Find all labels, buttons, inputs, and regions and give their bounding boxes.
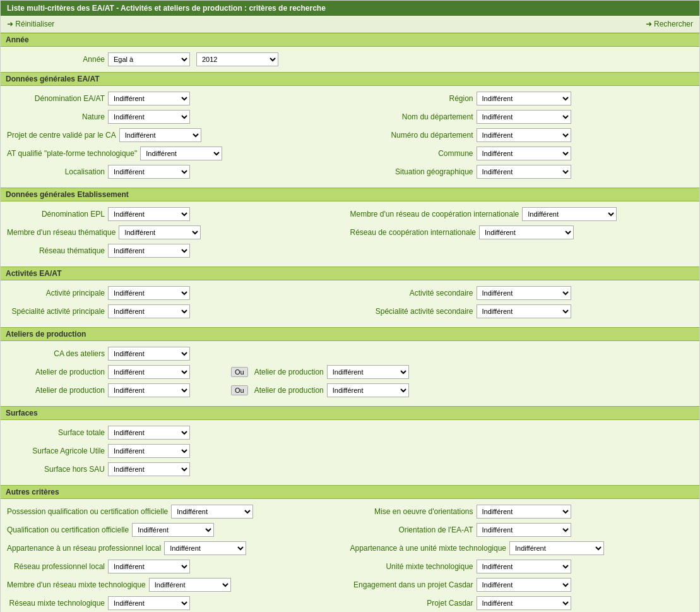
membre-reseau-coop-intl-select[interactable]: Indifférent [522,207,617,221]
at-qualifie-select[interactable]: Indifférent [140,147,222,160]
situation-geo-label: Situation géographique [350,167,477,176]
ateliers-production-section: Ateliers de production CA des ateliers I… [1,327,699,406]
at-qualifie-label: AT qualifié "plate-forme technologique" [7,149,140,158]
membre-reseau-mixte-select[interactable]: Indifférent [149,578,231,592]
top-toolbar: Réinitialiser Rechercher [1,16,699,33]
surface-hors-sau-select[interactable]: Indifférent [108,462,190,476]
mise-en-oeuvre-select[interactable]: Indifférent [477,505,571,519]
commune-row: Commune Indifférent [350,146,694,161]
possession-qualification-select[interactable]: Indifférent [171,505,253,519]
activite-principale-select[interactable]: Indifférent [108,286,190,300]
projet-casdar-label: Projet Casdar [350,599,477,608]
ou-badge-2: Ou [231,385,248,395]
ca-ateliers-select[interactable]: Indifférent [108,347,190,361]
at-qualifie-row: AT qualifié "plate-forme technologique" … [7,146,350,161]
atelier-production-left2-select[interactable]: Indifférent [108,383,190,397]
atelier-production-row2: Atelier de production Indifférent Ou Ate… [7,383,693,398]
unite-mixte-technologique-select[interactable]: Indifférent [477,560,571,573]
membre-reseau-mixte-label: Membre d'un réseau mixte technologique [7,580,149,589]
donnees-generales-etablissement-section: Données générales Etablissement Dénomina… [1,188,699,267]
projet-casdar-row: Projet Casdar Indifférent [350,596,694,611]
appartenance-unite-mixte-label: Appartenance à une unité mixte technolog… [350,544,510,553]
appartenance-reseau-local-select[interactable]: Indifférent [164,541,246,555]
situation-geo-row: Situation géographique Indifférent [350,164,694,179]
orientation-eaat-select[interactable]: Indifférent [477,523,571,537]
membre-reseau-mixte-row: Membre d'un réseau mixte technologique I… [7,577,350,592]
appartenance-unite-mixte-row: Appartenance à une unité mixte technolog… [350,541,694,556]
projet-centre-select[interactable]: Indifférent [119,128,201,142]
membre-reseau-thematique-row: Membre d'un réseau thématique Indifféren… [7,225,350,240]
unite-mixte-technologique-label: Unité mixte technologique [350,562,477,571]
specialite-activite-principale-row: Spécialité activité principale Indiffére… [7,304,350,319]
projet-centre-label: Projet de centre validé par le CA [7,131,119,140]
specialite-activite-principale-select[interactable]: Indifférent [108,304,190,318]
specialite-activite-secondaire-row: Spécialité activité secondaire Indiffére… [350,304,694,319]
engagement-projet-casdar-row: Engagement dans un projet Casdar Indiffé… [350,577,694,592]
surfaces-content: Surface totale Indifférent Surface Agric… [1,420,699,485]
activite-principale-row: Activité principale Indifférent [7,285,350,301]
specialite-activite-principale-label: Spécialité activité principale [7,307,108,316]
atelier-production-right2-label: Atelier de production [251,386,327,395]
specialite-activite-secondaire-select[interactable]: Indifférent [477,304,571,318]
activite-secondaire-select[interactable]: Indifférent [477,286,571,300]
surface-totale-row: Surface totale Indifférent [7,425,693,440]
reseau-mixte-technologique-select[interactable]: Indifférent [108,596,190,610]
projet-casdar-select[interactable]: Indifférent [477,596,571,610]
region-select[interactable]: Indifférent [477,92,571,105]
reseau-mixte-technologique-label: Réseau mixte technologique [7,599,108,608]
qualification-certification-select[interactable]: Indifférent [132,523,214,537]
nature-label: Nature [7,112,108,121]
ou-badge-1: Ou [231,367,248,377]
membre-reseau-thematique-select[interactable]: Indifférent [119,225,201,239]
surface-totale-select[interactable]: Indifférent [108,426,190,440]
denomination-epl-label: Dénomination EPL [7,210,108,219]
appartenance-reseau-local-row: Appartenance à un réseau professionnel l… [7,541,350,556]
nature-select[interactable]: Indifférent [108,110,190,124]
nom-departement-select[interactable]: Indifférent [477,110,571,124]
denomination-eaat-row: Dénomination EA/AT Indifférent [7,91,350,106]
reseau-thematique-select[interactable]: Indifférent [108,244,190,258]
annee-header: Année [1,33,699,47]
situation-geo-select[interactable]: Indifférent [477,165,571,179]
donnees-generales-etablissement-content: Dénomination EPL Indifférent Membre d'un… [1,201,699,267]
surface-agricole-utile-select[interactable]: Indifférent [108,444,190,458]
engagement-projet-casdar-select[interactable]: Indifférent [477,578,571,592]
denomination-epl-select[interactable]: Indifférent [108,207,190,221]
annee-content: Année Egal à Inférieur à Supérieur à 201… [1,47,699,72]
denomination-eaat-select[interactable]: Indifférent [108,92,190,105]
rechercher-top-button[interactable]: Rechercher [646,20,693,28]
membre-reseau-thematique-label: Membre d'un réseau thématique [7,228,119,237]
reseau-thematique-label: Réseau thématique [7,246,108,255]
surface-agricole-utile-label: Surface Agricole Utile [7,447,108,455]
reseau-mixte-technologique-row: Réseau mixte technologique Indifférent [7,596,350,611]
reseau-professionnel-local-select[interactable]: Indifférent [108,560,190,573]
surface-hors-sau-label: Surface hors SAU [7,465,108,474]
atelier-production-left1-select[interactable]: Indifférent [108,365,190,379]
localisation-select[interactable]: Indifférent [108,165,190,179]
numero-departement-select[interactable]: Indifférent [477,128,571,142]
mise-en-oeuvre-label: Mise en oeuvre d'orientations [350,507,477,516]
appartenance-unite-mixte-select[interactable]: Indifférent [509,541,604,555]
autres-criteres-header: Autres critères [1,485,699,499]
atelier-production-right1-select[interactable]: Indifférent [327,365,409,379]
commune-select[interactable]: Indifférent [477,147,571,160]
possession-qualification-row: Possession qualification ou certificatio… [7,504,350,519]
membre-reseau-coop-intl-label: Membre d'un réseau de coopération intern… [350,210,523,219]
denomination-eaat-label: Dénomination EA/AT [7,94,108,103]
reinitialiser-top-button[interactable]: Réinitialiser [7,20,54,28]
surfaces-section: Surfaces Surface totale Indifférent Surf… [1,406,699,485]
surface-totale-label: Surface totale [7,428,108,437]
annee-label: Année [7,55,108,64]
denomination-epl-row: Dénomination EPL Indifférent [7,207,350,222]
nom-departement-label: Nom du département [350,112,477,121]
reseau-coop-intl-select[interactable]: Indifférent [479,225,574,239]
reseau-coop-intl-label: Réseau de coopération internationale [350,228,479,237]
annee-op-select[interactable]: Egal à Inférieur à Supérieur à [108,52,190,66]
qualification-certification-row: Qualification ou certification officiell… [7,522,350,537]
atelier-production-left1-label: Atelier de production [7,368,108,376]
atelier-production-right2-select[interactable]: Indifférent [327,383,409,397]
atelier-production-right1-label: Atelier de production [251,368,327,376]
reseau-coop-intl-row: Réseau de coopération internationale Ind… [350,225,694,240]
annee-val-select[interactable]: 2010 2011 2012 2013 2014 [196,52,278,66]
ca-ateliers-row: CA des ateliers Indifférent [7,346,693,361]
